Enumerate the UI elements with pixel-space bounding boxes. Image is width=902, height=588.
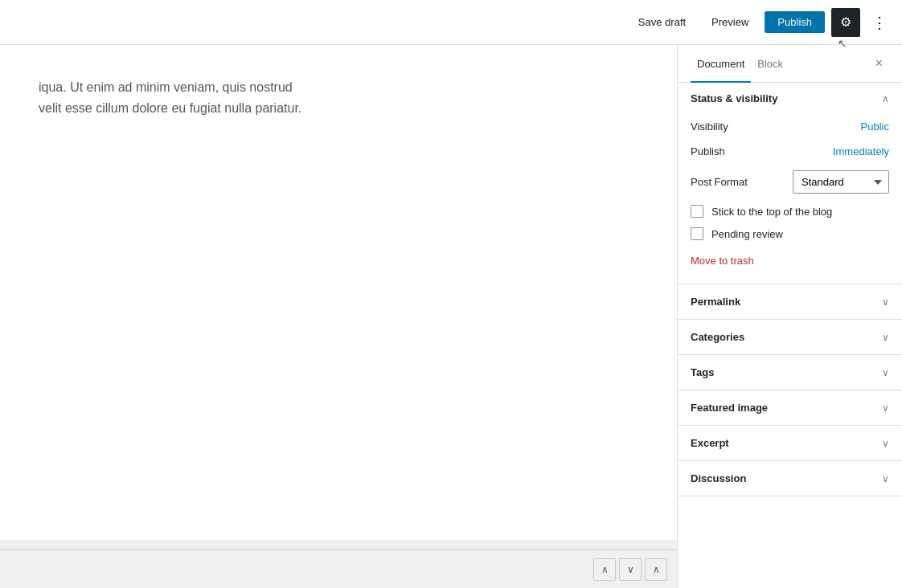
categories-chevron-icon: ∨: [882, 332, 889, 343]
toolbar: Save draft Preview Publish ⚙ ⋮ ↖: [0, 0, 902, 45]
block-drag-button[interactable]: ∧: [645, 558, 667, 581]
stick-to-top-row: Stick to the top of the blog: [691, 200, 889, 223]
publish-value[interactable]: Immediately: [833, 145, 889, 157]
main-layout: iqua. Ut enim ad minim veniam, quis nost…: [0, 45, 902, 588]
publish-row: Publish Immediately: [691, 139, 889, 164]
editor-canvas: iqua. Ut enim ad minim veniam, quis nost…: [0, 45, 677, 588]
chevron-up-icon: ∧: [882, 93, 889, 104]
gear-icon: ⚙: [840, 14, 851, 30]
section-featured-image[interactable]: Featured image ∨: [678, 390, 902, 426]
ellipsis-icon: ⋮: [871, 13, 888, 32]
discussion-chevron-icon: ∨: [882, 473, 889, 484]
discussion-title: Discussion: [691, 472, 746, 484]
tab-block[interactable]: Block: [751, 45, 789, 83]
post-format-label: Post Format: [691, 176, 748, 188]
stick-to-top-checkbox[interactable]: [691, 205, 703, 218]
sidebar: Document Block × Status & visibility ∧ V…: [677, 45, 902, 588]
more-options-button[interactable]: ⋮: [867, 10, 892, 35]
pending-review-checkbox[interactable]: [691, 227, 703, 240]
block-move-up-button[interactable]: ∧: [593, 558, 616, 581]
sidebar-tabs: Document Block ×: [678, 45, 902, 83]
featured-image-title: Featured image: [691, 402, 768, 414]
section-excerpt[interactable]: Excerpt ∨: [678, 426, 902, 461]
permalink-chevron-icon: ∨: [882, 296, 889, 308]
visibility-row: Visibility Public: [691, 114, 889, 139]
status-visibility-title: Status & visibility: [691, 92, 777, 104]
move-to-trash-row: Move to trash: [691, 245, 889, 271]
pending-review-row: Pending review: [691, 223, 889, 245]
tab-document[interactable]: Document: [691, 45, 751, 83]
block-move-down-button[interactable]: ∨: [619, 558, 642, 581]
post-format-row: Post Format Standard Aside Image Video Q…: [691, 164, 889, 200]
excerpt-chevron-icon: ∨: [882, 438, 889, 449]
section-status-visibility: Status & visibility ∧ Visibility Public …: [678, 83, 902, 284]
permalink-title: Permalink: [691, 296, 740, 308]
section-tags[interactable]: Tags ∨: [678, 355, 902, 390]
drag-icon: ∧: [653, 564, 660, 575]
move-to-trash-button[interactable]: Move to trash: [691, 255, 754, 267]
settings-button[interactable]: ⚙: [831, 8, 860, 37]
stick-to-top-label: Stick to the top of the blog: [711, 206, 832, 218]
tags-chevron-icon: ∨: [882, 367, 889, 378]
visibility-value[interactable]: Public: [861, 120, 889, 133]
block-controls: ∧ ∨ ∧: [0, 549, 677, 588]
categories-title: Categories: [691, 331, 744, 343]
editor-text: iqua. Ut enim ad minim veniam, quis nost…: [39, 77, 638, 118]
section-categories[interactable]: Categories ∨: [678, 320, 902, 355]
section-permalink[interactable]: Permalink ∨: [678, 284, 902, 320]
status-visibility-header[interactable]: Status & visibility ∧: [678, 83, 902, 114]
publish-label: Publish: [691, 145, 725, 157]
status-visibility-content: Visibility Public Publish Immediately Po…: [678, 114, 902, 284]
chevron-down-icon: ∨: [627, 564, 634, 575]
editor-area: iqua. Ut enim ad minim veniam, quis nost…: [0, 45, 677, 588]
sidebar-close-button[interactable]: ×: [869, 45, 889, 82]
visibility-label: Visibility: [691, 120, 728, 133]
publish-button[interactable]: Publish: [765, 11, 825, 33]
tags-title: Tags: [691, 366, 714, 378]
section-discussion[interactable]: Discussion ∨: [678, 461, 902, 496]
chevron-up-icon: ∧: [601, 564, 609, 575]
post-format-select[interactable]: Standard Aside Image Video Quote Link Ga…: [793, 170, 889, 194]
save-draft-button[interactable]: Save draft: [629, 11, 695, 33]
pending-review-label: Pending review: [711, 228, 783, 240]
excerpt-title: Excerpt: [691, 437, 729, 449]
preview-button[interactable]: Preview: [702, 11, 758, 33]
editor-content[interactable]: iqua. Ut enim ad minim veniam, quis nost…: [0, 45, 677, 540]
featured-image-chevron-icon: ∨: [882, 402, 889, 414]
